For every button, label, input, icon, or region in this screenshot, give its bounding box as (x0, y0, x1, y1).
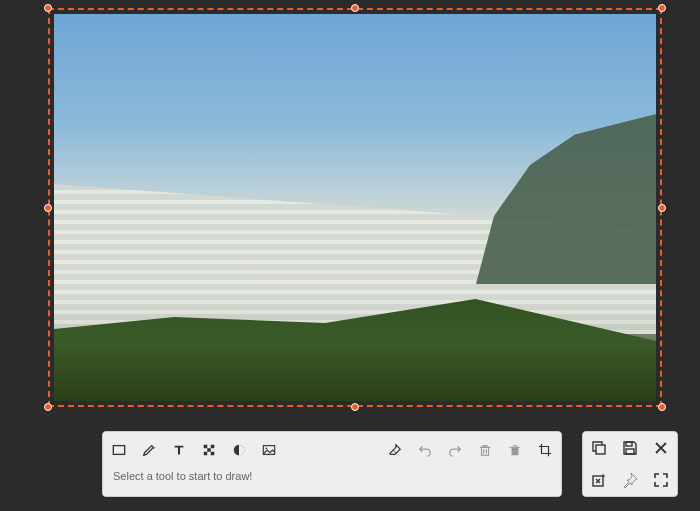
close-icon[interactable] (652, 439, 670, 457)
resize-handle-e[interactable] (658, 204, 666, 212)
canvas-image[interactable] (54, 14, 656, 401)
svg-rect-0 (113, 446, 124, 455)
save-icon[interactable] (621, 439, 639, 457)
toolbar-hint: Select a tool to start to draw! (103, 466, 561, 496)
crop-icon[interactable] (537, 442, 553, 458)
svg-point-8 (266, 447, 268, 449)
editor-toolbar: Select a tool to start to draw! (102, 431, 562, 497)
resize-handle-sw[interactable] (44, 403, 52, 411)
svg-rect-3 (207, 448, 211, 452)
resize-handle-w[interactable] (44, 204, 52, 212)
delete-all-icon[interactable] (507, 442, 523, 458)
svg-rect-12 (626, 442, 632, 446)
pencil-icon[interactable] (141, 442, 157, 458)
resize-handle-se[interactable] (658, 403, 666, 411)
resize-handle-nw[interactable] (44, 4, 52, 12)
pin-icon[interactable] (621, 471, 639, 489)
fullscreen-icon[interactable] (652, 471, 670, 489)
pixelate-icon[interactable] (201, 442, 217, 458)
svg-rect-10 (512, 447, 519, 455)
resize-handle-n[interactable] (351, 4, 359, 12)
svg-rect-1 (204, 445, 208, 449)
rectangle-icon[interactable] (111, 442, 127, 458)
draw-tools-group (111, 442, 277, 458)
eraser-icon[interactable] (387, 442, 403, 458)
canvas-decoration (476, 114, 656, 284)
undo-icon[interactable] (417, 442, 433, 458)
resize-handle-s[interactable] (351, 403, 359, 411)
discard-icon[interactable] (590, 471, 608, 489)
text-icon[interactable] (171, 442, 187, 458)
svg-rect-11 (596, 445, 605, 454)
image-icon[interactable] (261, 442, 277, 458)
resize-handle-ne[interactable] (658, 4, 666, 12)
svg-rect-2 (211, 445, 215, 449)
screenshot-editor: Select a tool to start to draw! (0, 0, 700, 511)
redo-icon[interactable] (447, 442, 463, 458)
action-panel (582, 431, 678, 497)
copy-icon[interactable] (590, 439, 608, 457)
svg-rect-9 (482, 447, 489, 455)
invert-icon[interactable] (231, 442, 247, 458)
svg-rect-4 (204, 452, 208, 456)
svg-rect-13 (626, 449, 634, 454)
edit-tools-group (387, 442, 553, 458)
svg-rect-5 (211, 452, 215, 456)
delete-icon[interactable] (477, 442, 493, 458)
canvas-selection[interactable] (48, 8, 662, 407)
